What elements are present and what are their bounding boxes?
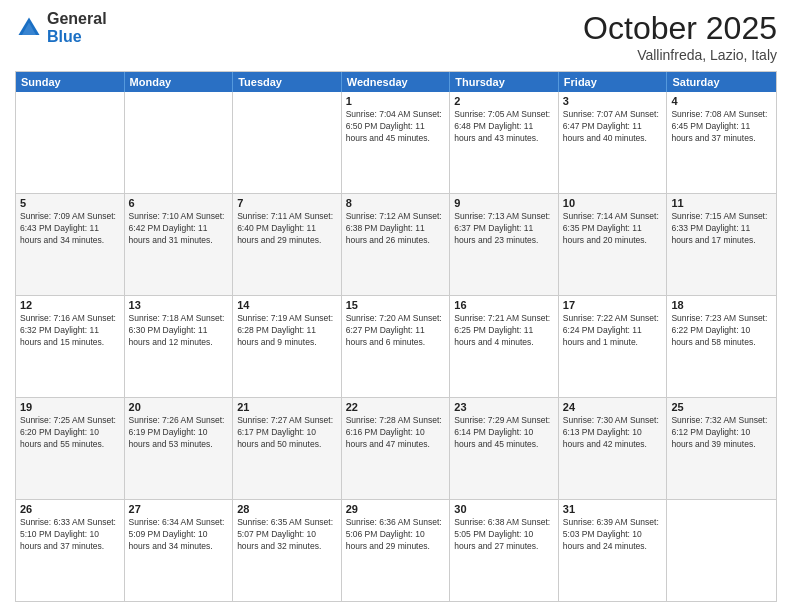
calendar-week-1: 1Sunrise: 7:04 AM Sunset: 6:50 PM Daylig… <box>16 92 776 193</box>
header-day-thursday: Thursday <box>450 72 559 92</box>
calendar-cell: 13Sunrise: 7:18 AM Sunset: 6:30 PM Dayli… <box>125 296 234 397</box>
day-number: 2 <box>454 95 554 107</box>
calendar-cell <box>16 92 125 193</box>
day-info: Sunrise: 6:33 AM Sunset: 5:10 PM Dayligh… <box>20 517 120 553</box>
header-day-sunday: Sunday <box>16 72 125 92</box>
day-info: Sunrise: 7:14 AM Sunset: 6:35 PM Dayligh… <box>563 211 663 247</box>
day-info: Sunrise: 7:32 AM Sunset: 6:12 PM Dayligh… <box>671 415 772 451</box>
day-info: Sunrise: 7:25 AM Sunset: 6:20 PM Dayligh… <box>20 415 120 451</box>
header-day-saturday: Saturday <box>667 72 776 92</box>
day-info: Sunrise: 6:35 AM Sunset: 5:07 PM Dayligh… <box>237 517 337 553</box>
day-number: 25 <box>671 401 772 413</box>
calendar-week-5: 26Sunrise: 6:33 AM Sunset: 5:10 PM Dayli… <box>16 499 776 601</box>
day-info: Sunrise: 7:11 AM Sunset: 6:40 PM Dayligh… <box>237 211 337 247</box>
logo-general: General <box>47 10 107 28</box>
day-number: 17 <box>563 299 663 311</box>
calendar-cell: 23Sunrise: 7:29 AM Sunset: 6:14 PM Dayli… <box>450 398 559 499</box>
calendar-cell: 31Sunrise: 6:39 AM Sunset: 5:03 PM Dayli… <box>559 500 668 601</box>
day-info: Sunrise: 7:26 AM Sunset: 6:19 PM Dayligh… <box>129 415 229 451</box>
calendar-cell: 24Sunrise: 7:30 AM Sunset: 6:13 PM Dayli… <box>559 398 668 499</box>
day-number: 14 <box>237 299 337 311</box>
calendar-header: SundayMondayTuesdayWednesdayThursdayFrid… <box>16 72 776 92</box>
day-number: 23 <box>454 401 554 413</box>
day-number: 8 <box>346 197 446 209</box>
location-title: Vallinfreda, Lazio, Italy <box>583 47 777 63</box>
day-info: Sunrise: 6:36 AM Sunset: 5:06 PM Dayligh… <box>346 517 446 553</box>
day-info: Sunrise: 7:10 AM Sunset: 6:42 PM Dayligh… <box>129 211 229 247</box>
day-number: 3 <box>563 95 663 107</box>
calendar-cell: 22Sunrise: 7:28 AM Sunset: 6:16 PM Dayli… <box>342 398 451 499</box>
calendar-cell: 2Sunrise: 7:05 AM Sunset: 6:48 PM Daylig… <box>450 92 559 193</box>
logo-blue: Blue <box>47 28 107 46</box>
calendar-cell: 14Sunrise: 7:19 AM Sunset: 6:28 PM Dayli… <box>233 296 342 397</box>
calendar-cell: 29Sunrise: 6:36 AM Sunset: 5:06 PM Dayli… <box>342 500 451 601</box>
logo-icon <box>15 14 43 42</box>
calendar-cell: 16Sunrise: 7:21 AM Sunset: 6:25 PM Dayli… <box>450 296 559 397</box>
calendar-cell: 20Sunrise: 7:26 AM Sunset: 6:19 PM Dayli… <box>125 398 234 499</box>
day-number: 16 <box>454 299 554 311</box>
day-info: Sunrise: 7:30 AM Sunset: 6:13 PM Dayligh… <box>563 415 663 451</box>
day-number: 15 <box>346 299 446 311</box>
calendar-cell: 10Sunrise: 7:14 AM Sunset: 6:35 PM Dayli… <box>559 194 668 295</box>
day-info: Sunrise: 7:27 AM Sunset: 6:17 PM Dayligh… <box>237 415 337 451</box>
day-number: 30 <box>454 503 554 515</box>
calendar-cell: 26Sunrise: 6:33 AM Sunset: 5:10 PM Dayli… <box>16 500 125 601</box>
calendar-cell <box>667 500 776 601</box>
calendar-cell: 12Sunrise: 7:16 AM Sunset: 6:32 PM Dayli… <box>16 296 125 397</box>
logo: General Blue <box>15 10 107 45</box>
calendar-cell: 3Sunrise: 7:07 AM Sunset: 6:47 PM Daylig… <box>559 92 668 193</box>
calendar-week-3: 12Sunrise: 7:16 AM Sunset: 6:32 PM Dayli… <box>16 295 776 397</box>
day-info: Sunrise: 7:13 AM Sunset: 6:37 PM Dayligh… <box>454 211 554 247</box>
header-day-monday: Monday <box>125 72 234 92</box>
calendar-cell: 21Sunrise: 7:27 AM Sunset: 6:17 PM Dayli… <box>233 398 342 499</box>
calendar-cell: 1Sunrise: 7:04 AM Sunset: 6:50 PM Daylig… <box>342 92 451 193</box>
day-number: 31 <box>563 503 663 515</box>
calendar: SundayMondayTuesdayWednesdayThursdayFrid… <box>15 71 777 602</box>
calendar-cell: 11Sunrise: 7:15 AM Sunset: 6:33 PM Dayli… <box>667 194 776 295</box>
day-number: 6 <box>129 197 229 209</box>
day-info: Sunrise: 7:09 AM Sunset: 6:43 PM Dayligh… <box>20 211 120 247</box>
day-info: Sunrise: 7:05 AM Sunset: 6:48 PM Dayligh… <box>454 109 554 145</box>
calendar-cell: 4Sunrise: 7:08 AM Sunset: 6:45 PM Daylig… <box>667 92 776 193</box>
day-number: 13 <box>129 299 229 311</box>
calendar-week-4: 19Sunrise: 7:25 AM Sunset: 6:20 PM Dayli… <box>16 397 776 499</box>
header-day-friday: Friday <box>559 72 668 92</box>
day-number: 24 <box>563 401 663 413</box>
day-number: 5 <box>20 197 120 209</box>
day-number: 9 <box>454 197 554 209</box>
calendar-cell: 27Sunrise: 6:34 AM Sunset: 5:09 PM Dayli… <box>125 500 234 601</box>
calendar-cell: 9Sunrise: 7:13 AM Sunset: 6:37 PM Daylig… <box>450 194 559 295</box>
day-info: Sunrise: 6:34 AM Sunset: 5:09 PM Dayligh… <box>129 517 229 553</box>
logo-text: General Blue <box>47 10 107 45</box>
month-title: October 2025 <box>583 10 777 47</box>
day-info: Sunrise: 7:19 AM Sunset: 6:28 PM Dayligh… <box>237 313 337 349</box>
day-number: 4 <box>671 95 772 107</box>
calendar-cell: 28Sunrise: 6:35 AM Sunset: 5:07 PM Dayli… <box>233 500 342 601</box>
header: General Blue October 2025 Vallinfreda, L… <box>15 10 777 63</box>
calendar-cell: 7Sunrise: 7:11 AM Sunset: 6:40 PM Daylig… <box>233 194 342 295</box>
day-info: Sunrise: 7:28 AM Sunset: 6:16 PM Dayligh… <box>346 415 446 451</box>
day-info: Sunrise: 7:20 AM Sunset: 6:27 PM Dayligh… <box>346 313 446 349</box>
calendar-cell: 6Sunrise: 7:10 AM Sunset: 6:42 PM Daylig… <box>125 194 234 295</box>
day-info: Sunrise: 7:21 AM Sunset: 6:25 PM Dayligh… <box>454 313 554 349</box>
day-info: Sunrise: 7:15 AM Sunset: 6:33 PM Dayligh… <box>671 211 772 247</box>
title-block: October 2025 Vallinfreda, Lazio, Italy <box>583 10 777 63</box>
day-number: 12 <box>20 299 120 311</box>
day-number: 18 <box>671 299 772 311</box>
day-number: 28 <box>237 503 337 515</box>
day-info: Sunrise: 7:16 AM Sunset: 6:32 PM Dayligh… <box>20 313 120 349</box>
calendar-body: 1Sunrise: 7:04 AM Sunset: 6:50 PM Daylig… <box>16 92 776 601</box>
day-number: 11 <box>671 197 772 209</box>
day-number: 29 <box>346 503 446 515</box>
calendar-cell: 8Sunrise: 7:12 AM Sunset: 6:38 PM Daylig… <box>342 194 451 295</box>
day-info: Sunrise: 7:23 AM Sunset: 6:22 PM Dayligh… <box>671 313 772 349</box>
day-number: 7 <box>237 197 337 209</box>
day-number: 1 <box>346 95 446 107</box>
calendar-cell: 25Sunrise: 7:32 AM Sunset: 6:12 PM Dayli… <box>667 398 776 499</box>
day-info: Sunrise: 7:22 AM Sunset: 6:24 PM Dayligh… <box>563 313 663 349</box>
calendar-week-2: 5Sunrise: 7:09 AM Sunset: 6:43 PM Daylig… <box>16 193 776 295</box>
calendar-cell: 5Sunrise: 7:09 AM Sunset: 6:43 PM Daylig… <box>16 194 125 295</box>
day-number: 26 <box>20 503 120 515</box>
header-day-wednesday: Wednesday <box>342 72 451 92</box>
day-number: 22 <box>346 401 446 413</box>
